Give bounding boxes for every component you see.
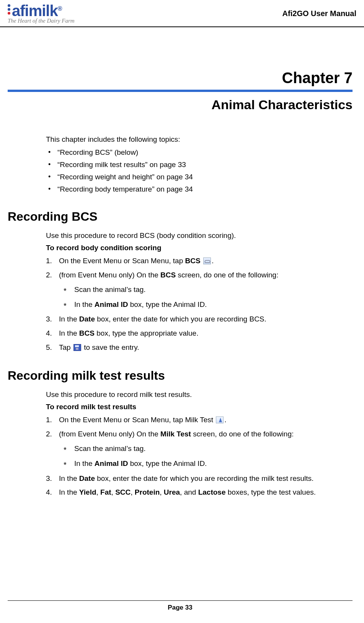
logo-tagline: The Heart of the Dairy Farm <box>8 18 75 24</box>
logo-dots-icon <box>8 4 10 15</box>
section-heading-milk: Recording milk test results <box>8 369 353 383</box>
save-icon <box>73 344 81 351</box>
intro-text: This chapter includes the following topi… <box>46 135 349 144</box>
topic-item: “Recording BCS” (below) <box>48 148 349 157</box>
logo-text: afimilk® <box>12 3 62 18</box>
steps-list: 1. On the Event Menu or Scan Menu, tap M… <box>46 415 349 498</box>
logo-block: afimilk® The Heart of the Dairy Farm <box>8 3 75 24</box>
step-item: 4. In the BCS box, type the appropriate … <box>46 328 349 339</box>
step-item: 2. (from Event Menu only) On the BCS scr… <box>46 270 349 310</box>
topics-list: “Recording BCS” (below) “Recording milk … <box>48 148 349 193</box>
page-header: afimilk® The Heart of the Dairy Farm Afi… <box>0 0 364 27</box>
step-item: 5. Tap to save the entry. <box>46 343 349 353</box>
milk-test-icon <box>216 416 224 423</box>
section-heading-bcs: Recording BCS <box>8 210 353 224</box>
chapter-label: Chapter 7 <box>8 69 353 87</box>
step-item: 1. On the Event Menu or Scan Menu, tap M… <box>46 415 349 425</box>
sub-step-item: Scan the animal’s tag. <box>64 285 349 295</box>
topic-item: “Recording milk test results” on page 33 <box>48 161 349 169</box>
page-footer: Page 33 <box>8 600 353 612</box>
document-title: Afi2GO User Manual <box>282 9 356 18</box>
sub-steps: Scan the animal’s tag. In the Animal ID … <box>64 444 349 469</box>
sub-step-item: In the Animal ID box, type the Animal ID… <box>64 300 349 310</box>
sub-step-item: In the Animal ID box, type the Animal ID… <box>64 459 349 469</box>
procedure-lead: To record milk test results <box>46 403 349 411</box>
sub-steps: Scan the animal’s tag. In the Animal ID … <box>64 285 349 310</box>
chapter-title: Animal Characteristics <box>8 97 353 112</box>
step-item: 3. In the Date box, enter the date for w… <box>46 314 349 325</box>
steps-list: 1. On the Event Menu or Scan Menu, tap B… <box>46 256 349 352</box>
sub-step-item: Scan the animal’s tag. <box>64 444 349 454</box>
chapter-rule <box>8 90 353 92</box>
step-item: 2. (from Event Menu only) On the Milk Te… <box>46 429 349 469</box>
page-number: Page 33 <box>168 604 192 611</box>
page-content: Chapter 7 Animal Characteristics This ch… <box>0 69 364 498</box>
step-item: 3. In the Date box, enter the date for w… <box>46 474 349 484</box>
step-item: 4. In the Yield, Fat, SCC, Protein, Urea… <box>46 487 349 498</box>
topic-item: “Recording body temperature” on page 34 <box>48 185 349 193</box>
step-item: 1. On the Event Menu or Scan Menu, tap B… <box>46 256 349 266</box>
section-intro: Use this procedure to record milk test r… <box>46 390 349 399</box>
section-intro: Use this procedure to record BCS (body c… <box>46 231 349 240</box>
procedure-lead: To record body condition scoring <box>46 244 349 252</box>
bcs-icon <box>203 257 211 264</box>
topic-item: “Recording weight and height” on page 34 <box>48 173 349 181</box>
